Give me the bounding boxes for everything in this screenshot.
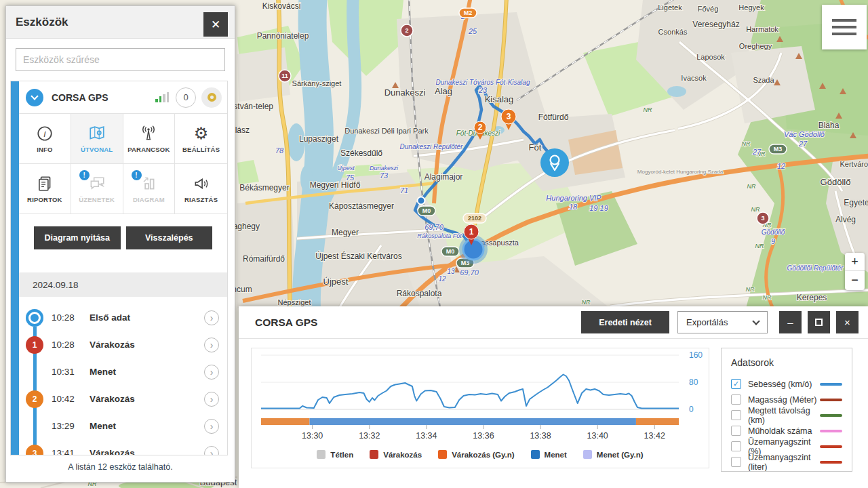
- chevron-right-icon[interactable]: ›: [204, 365, 219, 380]
- device-card: CORSA GPS 0 iINFOÚTVONALPARANCSOK⚙BEÁLLÍ…: [10, 81, 228, 455]
- event-label: Várakozás: [90, 394, 135, 404]
- svg-text:13:32: 13:32: [359, 431, 380, 441]
- event-label: Várakozás: [90, 340, 135, 350]
- chevron-down-icon[interactable]: [26, 89, 43, 106]
- series-checkbox[interactable]: [731, 441, 741, 451]
- dataseries-title: Adatsorok: [731, 357, 842, 368]
- messages-icon: [88, 174, 106, 192]
- map-label: Kiskovácsi: [262, 1, 301, 11]
- original-view-button[interactable]: Eredeti nézet: [581, 311, 669, 333]
- device-row[interactable]: CORSA GPS 0: [19, 81, 227, 114]
- status-ring-icon: [201, 87, 222, 108]
- svg-text:13:38: 13:38: [530, 431, 551, 441]
- chart-legend: TétlenVárakozásVárakozás (Gy.n)MenetMene…: [252, 450, 709, 459]
- speed-chart-box: 08016013:3013:3213:3413:3613:3813:4013:4…: [251, 348, 709, 468]
- chevron-right-icon[interactable]: ›: [204, 310, 219, 325]
- timeline-marker-start: [26, 309, 43, 327]
- open-diagram-button[interactable]: Diagram nyitása: [34, 226, 121, 249]
- map-label: Laposok: [696, 53, 725, 61]
- road-shield: M2: [464, 9, 473, 16]
- route-waypoint[interactable]: [418, 197, 425, 205]
- route-start-cluster[interactable]: [463, 239, 484, 260]
- series-checkbox[interactable]: [731, 426, 741, 436]
- svg-text:13:30: 13:30: [302, 431, 323, 441]
- map-label: 25: [468, 27, 477, 35]
- diagram-title: CORSA GPS: [255, 317, 581, 329]
- map-label: Káposztásmegyer: [329, 201, 394, 211]
- speed-line-series: [261, 375, 679, 409]
- map-label: Fót: [529, 142, 542, 152]
- close-button[interactable]: ×: [836, 311, 859, 333]
- nature-reserve-label: NR: [747, 183, 756, 190]
- map-label: Gödöllő: [821, 177, 851, 187]
- export-select[interactable]: Exportálás: [677, 311, 768, 333]
- tab-riasztás[interactable]: RIASZTÁS: [175, 164, 227, 214]
- minimize-button[interactable]: –: [779, 311, 802, 333]
- map-label: 27: [752, 148, 762, 156]
- map-label: Blaha: [818, 121, 840, 130]
- map-label: Veresegyház: [692, 20, 739, 29]
- zoom-in-button[interactable]: +: [845, 253, 865, 271]
- app-stage: NRNRNRNRNRNRNRNRNRNRNR KiskovácsiPannóni…: [0, 0, 868, 488]
- map-label: Dunakeszi: [384, 87, 426, 98]
- timeline-row: 110:28Várakozás›: [19, 331, 227, 359]
- map-label: Mogyoród-kelet Hungaroring Szada: [637, 169, 724, 175]
- chevron-right-icon[interactable]: ›: [204, 446, 219, 455]
- diagram-icon: [140, 174, 157, 192]
- back-button[interactable]: Visszalépés: [126, 226, 213, 249]
- nature-reserve-label: NR: [644, 106, 652, 113]
- info-icon: i: [36, 124, 54, 142]
- series-color-swatch: [820, 414, 842, 417]
- tab-parancsok[interactable]: PARANCSOK: [123, 114, 176, 164]
- series-color-swatch: [820, 445, 842, 448]
- series-checkbox[interactable]: ✓: [731, 379, 741, 389]
- zoom-out-button[interactable]: −: [845, 271, 865, 289]
- tab-útvonal[interactable]: ÚTVONAL: [71, 114, 123, 164]
- svg-text:i: i: [43, 128, 46, 138]
- speed-chart[interactable]: 08016013:3013:3213:3413:3613:3813:4013:4…: [252, 348, 709, 445]
- map-label: Lupasziget: [299, 134, 339, 144]
- event-time: 13:41: [52, 448, 75, 455]
- event-time: 10:28: [52, 312, 75, 323]
- maximize-button[interactable]: [808, 311, 830, 333]
- map-label: 9: [771, 237, 775, 245]
- series-checkbox[interactable]: [731, 394, 741, 405]
- event-time: 10:31: [52, 367, 75, 377]
- map-label: Megyeri Hídfő: [310, 180, 361, 190]
- dataseries-row: Üzemanyagszint (liter): [731, 454, 842, 470]
- svg-text:3: 3: [507, 112, 511, 121]
- series-color-swatch: [820, 399, 842, 401]
- timeline-marker-1: 1: [26, 336, 43, 354]
- series-checkbox[interactable]: [731, 410, 741, 420]
- device-name: CORSA GPS: [52, 92, 155, 103]
- road-shield: M3: [774, 146, 783, 152]
- map-label: Öreghegy: [739, 42, 772, 50]
- close-icon[interactable]: ✕: [203, 12, 228, 37]
- svg-text:13:34: 13:34: [416, 431, 437, 441]
- map-label: 27: [798, 140, 808, 148]
- tab-riportok[interactable]: RIPORTOK: [19, 164, 71, 214]
- route-date-header: 2024.09.18: [19, 272, 227, 297]
- series-checkbox[interactable]: [731, 457, 741, 467]
- maximize-icon: [815, 319, 823, 326]
- chevron-right-icon[interactable]: ›: [204, 419, 219, 434]
- svg-text:13:40: 13:40: [587, 431, 608, 441]
- commands-icon: [140, 124, 157, 142]
- dataseries-row: Megtett távolság (km): [731, 407, 842, 423]
- nature-reserve-label: NR: [746, 286, 755, 293]
- road-shield: 2102: [468, 215, 481, 222]
- tab-beállítás[interactable]: ⚙BEÁLLÍTÁS: [175, 114, 227, 164]
- map-menu-button[interactable]: [822, 5, 867, 49]
- series-label: Üzemanyagszint (liter): [748, 453, 820, 472]
- event-label: Első adat: [90, 312, 130, 323]
- device-count-footer: A listán 12 eszköz található.: [6, 462, 235, 472]
- tab-info[interactable]: iINFO: [19, 114, 71, 164]
- series-label: Megtett távolság (km): [748, 406, 820, 425]
- map-label: Szada: [753, 76, 774, 84]
- current-position-pin[interactable]: [540, 148, 569, 177]
- series-label: Műholdak száma: [748, 426, 820, 436]
- device-filter-input[interactable]: [16, 48, 225, 71]
- tab-üzenetek: !ÜZENETEK: [71, 164, 123, 214]
- chevron-right-icon[interactable]: ›: [204, 392, 219, 407]
- chevron-right-icon[interactable]: ›: [204, 338, 219, 352]
